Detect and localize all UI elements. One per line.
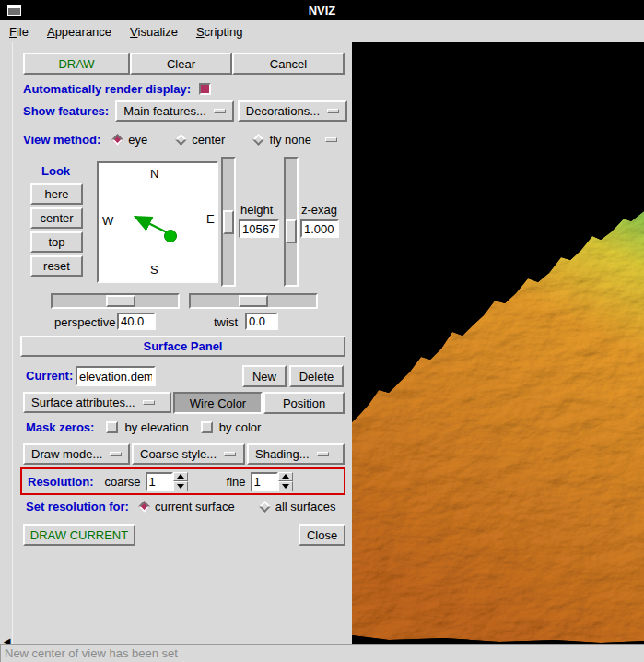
- zexag-slider-handle[interactable]: [286, 219, 297, 243]
- all-surfaces-radio[interactable]: all surfaces: [261, 500, 336, 514]
- draw-button[interactable]: DRAW: [23, 53, 130, 75]
- zexag-slider[interactable]: [284, 157, 299, 287]
- shading-menubutton[interactable]: Shading...: [247, 443, 345, 465]
- compass-west-label: W: [102, 214, 113, 228]
- show-features-row: Show features: Main features... Decorati…: [23, 100, 351, 122]
- coarse-label: coarse: [105, 475, 141, 489]
- perspective-slider-handle[interactable]: [106, 295, 135, 307]
- position-button[interactable]: Position: [263, 392, 345, 414]
- window-title: NVIZ: [309, 4, 336, 18]
- checkbox-icon[interactable]: [201, 421, 213, 433]
- height-slider-handle[interactable]: [223, 210, 234, 234]
- fine-resolution-spinner[interactable]: [251, 472, 293, 491]
- zexag-input[interactable]: [300, 219, 339, 238]
- twist-slider[interactable]: [189, 293, 318, 309]
- height-label: height: [240, 203, 273, 217]
- checkbox-icon[interactable]: [106, 421, 118, 433]
- spinner-down-icon[interactable]: [173, 481, 188, 491]
- menu-indicator-icon: [327, 109, 339, 113]
- menubar: File Appearance Visualize Scripting: [0, 20, 644, 42]
- view-method-center-radio[interactable]: center: [177, 133, 225, 147]
- resolution-row-highlight: Resolution: coarse fine: [20, 467, 345, 495]
- radio-diamond-icon[interactable]: [175, 134, 187, 146]
- coarse-resolution-input[interactable]: [146, 472, 173, 491]
- window-icon: [7, 5, 21, 16]
- compass-south-label: S: [150, 263, 158, 277]
- mask-zeros-row: Mask zeros: by elevation by color: [26, 420, 261, 434]
- surface-attributes-menubutton[interactable]: Surface attributes...: [23, 392, 171, 413]
- decorations-menubutton[interactable]: Decorations...: [238, 100, 347, 122]
- menu-file[interactable]: File: [9, 25, 29, 39]
- set-resolution-row: Set resolution for: current surface all …: [26, 500, 361, 514]
- menu-visualize[interactable]: Visualize: [130, 25, 178, 39]
- look-reset-button[interactable]: reset: [30, 255, 83, 277]
- status-message: New center of view has been set: [5, 646, 178, 660]
- menu-indicator-icon: [317, 452, 329, 456]
- radio-diamond-icon[interactable]: [111, 134, 123, 146]
- look-label: Look: [41, 164, 70, 178]
- statusbar: New center of view has been set: [0, 644, 644, 662]
- delete-surface-button[interactable]: Delete: [289, 365, 344, 387]
- radio-diamond-icon[interactable]: [138, 501, 150, 513]
- current-surface-row: Current: New Delete: [20, 364, 345, 388]
- resolution-label: Resolution:: [28, 475, 94, 489]
- perspective-input[interactable]: [117, 313, 156, 330]
- view-method-row: View method: eye center fly none: [23, 133, 367, 147]
- current-surface-radio[interactable]: current surface: [140, 500, 235, 514]
- current-label: Current:: [26, 369, 73, 383]
- draw-mode-row: Draw mode... Coarse style... Shading...: [20, 443, 345, 467]
- twist-label: twist: [214, 315, 238, 329]
- auto-render-row: Automatically render display:: [23, 82, 211, 96]
- draw-current-button[interactable]: DRAW CURRENT: [23, 524, 135, 546]
- spinner-up-icon[interactable]: [173, 472, 188, 482]
- height-slider[interactable]: [221, 157, 236, 287]
- radio-diamond-icon[interactable]: [259, 501, 271, 513]
- look-top-button[interactable]: top: [30, 231, 83, 253]
- view-method-label: View method:: [23, 133, 100, 147]
- main-features-menubutton[interactable]: Main features...: [115, 100, 234, 122]
- new-surface-button[interactable]: New: [242, 365, 287, 387]
- menu-indicator-icon: [143, 400, 155, 405]
- auto-render-checkbox[interactable]: [199, 83, 211, 95]
- action-button-row: DRAW Clear Cancel: [23, 53, 345, 75]
- surface-panel-title: Surface Panel: [144, 339, 223, 353]
- render-canvas[interactable]: [352, 42, 644, 644]
- titlebar: NVIZ: [0, 0, 644, 20]
- radio-diamond-icon[interactable]: [253, 134, 265, 146]
- compass-east-label: E: [206, 212, 215, 226]
- mask-by-elevation-checkbox[interactable]: by elevation: [106, 420, 188, 434]
- look-here-button[interactable]: here: [30, 183, 83, 205]
- clear-button[interactable]: Clear: [130, 53, 232, 75]
- coarse-style-menubutton[interactable]: Coarse style...: [132, 443, 245, 465]
- coarse-resolution-spinner[interactable]: [146, 472, 188, 491]
- fine-resolution-input[interactable]: [251, 472, 278, 491]
- show-features-label: Show features:: [23, 104, 109, 118]
- menu-indicator-icon: [214, 109, 226, 113]
- view-method-fly-menubutton[interactable]: fly none: [254, 133, 337, 147]
- mask-zeros-label: Mask zeros:: [26, 420, 94, 434]
- set-resolution-label: Set resolution for:: [26, 500, 129, 514]
- spinner-down-icon[interactable]: [278, 481, 293, 491]
- nviz-window: NVIZ File Appearance Visualize Scripting…: [0, 0, 644, 662]
- surface-attributes-row: Surface attributes... Wire Color Positio…: [20, 392, 345, 415]
- twist-slider-handle[interactable]: [239, 295, 268, 307]
- wire-color-button[interactable]: Wire Color: [173, 392, 263, 414]
- surface-panel-footer: DRAW CURRENT Close: [0, 524, 352, 546]
- menu-indicator-icon: [224, 452, 236, 456]
- cancel-button[interactable]: Cancel: [232, 53, 345, 75]
- menu-indicator-icon: [325, 137, 337, 142]
- left-gutter: [0, 42, 13, 644]
- current-surface-input[interactable]: [76, 366, 156, 386]
- look-center-button[interactable]: center: [30, 207, 83, 229]
- perspective-slider[interactable]: [51, 293, 180, 309]
- menu-appearance[interactable]: Appearance: [47, 25, 111, 39]
- menu-scripting[interactable]: Scripting: [196, 25, 243, 39]
- draw-mode-menubutton[interactable]: Draw mode...: [23, 443, 130, 465]
- view-position-widget[interactable]: N W E S: [97, 161, 218, 283]
- mask-by-color-checkbox[interactable]: by color: [201, 420, 262, 434]
- height-input[interactable]: [239, 219, 279, 238]
- close-button[interactable]: Close: [299, 524, 345, 546]
- twist-input[interactable]: [245, 313, 278, 330]
- spinner-up-icon[interactable]: [278, 472, 293, 482]
- view-method-eye-radio[interactable]: eye: [113, 133, 147, 147]
